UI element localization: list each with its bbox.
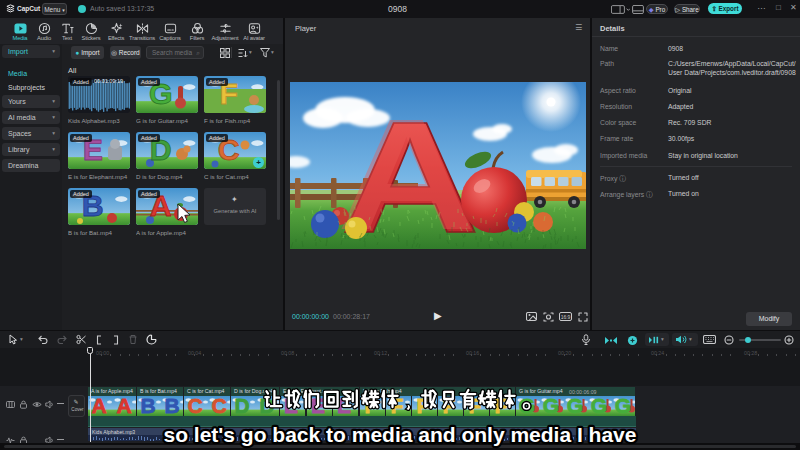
svg-text:B: B [164, 396, 179, 416]
svg-text:C: C [187, 396, 202, 416]
svg-text:so let's go back to media and: so let's go back to media and only media… [164, 423, 637, 446]
svg-text:G: G [543, 396, 559, 416]
svg-text:D: D [234, 396, 249, 416]
svg-text:A: A [91, 396, 106, 416]
svg-text:G: G [567, 396, 583, 416]
svg-text:A: A [116, 396, 131, 416]
svg-text:C: C [211, 396, 226, 416]
svg-text:G: G [615, 396, 631, 416]
svg-text:G: G [591, 396, 607, 416]
svg-text:B: B [140, 396, 155, 416]
